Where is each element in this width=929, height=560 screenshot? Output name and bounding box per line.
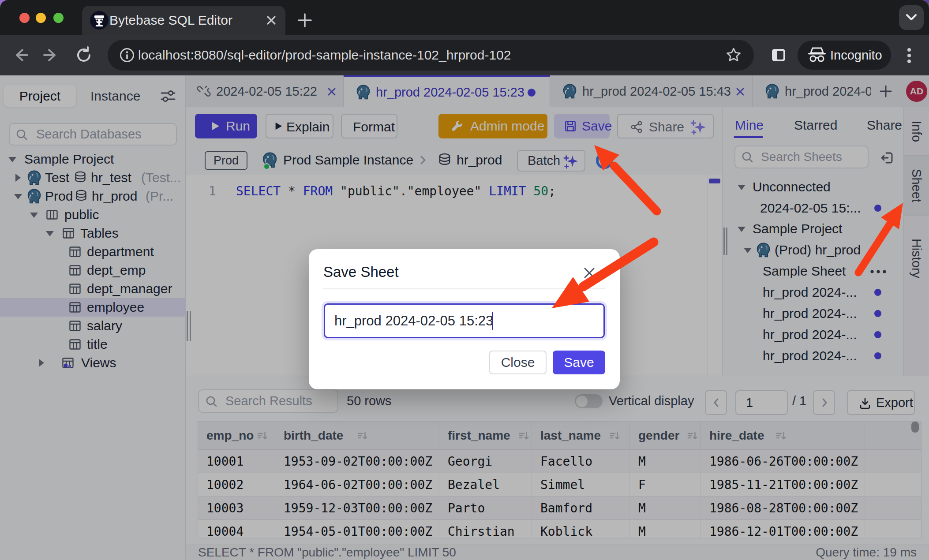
forward-icon[interactable] — [42, 46, 60, 64]
dialog-title: Save Sheet — [323, 264, 399, 280]
chevron-down-icon — [905, 13, 918, 22]
reload-icon[interactable] — [75, 46, 93, 64]
side-panel-icon[interactable] — [771, 48, 786, 63]
tab-search-button[interactable] — [899, 5, 924, 30]
back-icon[interactable] — [11, 46, 29, 64]
traffic-zoom-button[interactable] — [53, 13, 64, 23]
traffic-close-button[interactable] — [19, 13, 30, 23]
save-sheet-dialog: Save Sheet hr_prod 2024-02-05 15:23 Clos… — [309, 249, 620, 389]
browser-tab-title: Bytebase SQL Editor — [109, 6, 232, 35]
incognito-label: Incognito — [830, 41, 882, 70]
site-info-icon[interactable] — [119, 47, 135, 63]
address-bar[interactable]: localhost:8080/sql-editor/prod-sample-in… — [108, 40, 754, 71]
new-tab-icon[interactable] — [296, 11, 314, 30]
bytebase-favicon-icon — [89, 10, 109, 30]
browser-menu-icon[interactable] — [904, 47, 914, 64]
browser-window: Bytebase SQL Editor — [0, 0, 929, 560]
sheet-name-input[interactable]: hr_prod 2024-02-05 15:23 — [324, 303, 605, 338]
browser-tab-close-icon[interactable] — [266, 15, 277, 26]
sheet-name-value: hr_prod 2024-02-05 15:23 — [334, 305, 493, 337]
dialog-save-button[interactable]: Save — [553, 351, 605, 374]
dialog-divider — [323, 288, 605, 289]
dialog-close-icon[interactable] — [582, 266, 596, 280]
incognito-icon — [807, 46, 827, 64]
url-text: localhost:8080/sql-editor/prod-sample-in… — [138, 40, 511, 71]
text-caret — [492, 312, 493, 330]
incognito-badge: Incognito — [798, 41, 891, 70]
dialog-close-button[interactable]: Close — [489, 351, 547, 374]
bookmark-star-icon[interactable] — [725, 47, 742, 63]
traffic-minimize-button[interactable] — [36, 13, 46, 23]
browser-tabstrip: Bytebase SQL Editor — [0, 0, 929, 35]
browser-tab[interactable]: Bytebase SQL Editor — [82, 6, 285, 35]
browser-toolbar: localhost:8080/sql-editor/prod-sample-in… — [0, 35, 929, 75]
